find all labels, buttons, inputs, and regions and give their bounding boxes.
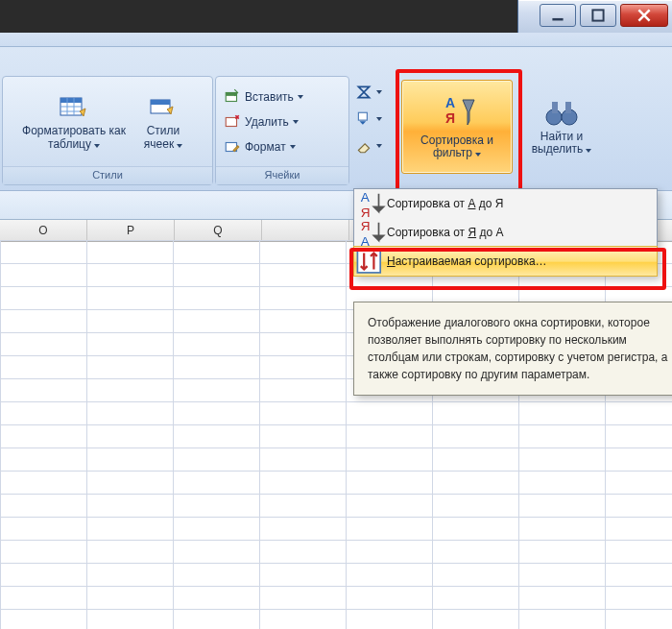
sort-za-key: Я: [468, 226, 476, 239]
svg-rect-0: [592, 10, 603, 20]
find-select-button[interactable]: Найти и выделить: [518, 80, 605, 172]
cell-styles-icon: [148, 92, 179, 123]
binoculars-icon: [542, 96, 581, 129]
sigma-icon: [355, 84, 372, 101]
titlebar: [517, 0, 672, 34]
delete-icon: [224, 113, 241, 131]
svg-text:А: А: [445, 95, 455, 110]
svg-text:Я: Я: [361, 219, 371, 233]
menu-custom-sort[interactable]: Настраиваемая сортировка…: [353, 246, 658, 277]
svg-rect-15: [358, 112, 367, 120]
sort-filter-icon: А Я: [436, 94, 478, 133]
col-P[interactable]: P: [87, 220, 175, 241]
group-cells: Вставить Удалить Формат Ячейки: [215, 76, 349, 185]
close-button[interactable]: [620, 4, 668, 27]
eraser-icon: [355, 137, 372, 155]
cell-grid[interactable]: [0, 240, 672, 629]
tooltip: Отображение диалогового окна сортировки,…: [353, 302, 672, 396]
svg-rect-26: [357, 250, 380, 273]
col-O[interactable]: O: [0, 220, 87, 241]
tooltip-text: Отображение диалогового окна сортировки,…: [368, 316, 667, 381]
group-styles: Форматировать как таблицу Стили ячеек Ст…: [2, 76, 213, 185]
menu-sort-za[interactable]: ЯА Сортировка от Я до А: [354, 218, 657, 247]
group-cells-caption: Ячейки: [216, 166, 348, 184]
clear-button[interactable]: [355, 135, 382, 157]
custom-sort-icon: [354, 245, 387, 278]
minimize-button[interactable]: [540, 4, 576, 27]
format-icon: [224, 138, 241, 156]
delete-button[interactable]: Удалить: [224, 111, 299, 133]
ribbon: Форматировать как таблицу Стили ячеек Ст…: [0, 46, 672, 192]
menu-sort-az[interactable]: АЯ Сортировка от А до Я: [354, 189, 657, 218]
custom-sort-key: Н: [387, 254, 396, 268]
group-styles-caption: Стили: [3, 166, 212, 184]
svg-rect-13: [226, 117, 236, 126]
format-button[interactable]: Формат: [224, 136, 296, 157]
sort-filter-menu: АЯ Сортировка от А до Я ЯА Сортировка от…: [353, 188, 658, 277]
format-as-table-label: Форматировать как таблицу: [22, 124, 126, 150]
insert-icon: [224, 88, 241, 106]
svg-rect-21: [565, 102, 571, 113]
sort-az-icon: АЯ: [354, 187, 387, 220]
insert-label: Вставить: [245, 90, 294, 104]
sort-za-icon: ЯА: [354, 216, 387, 249]
insert-button[interactable]: Вставить: [224, 86, 303, 108]
table-icon: [59, 92, 89, 123]
svg-rect-10: [151, 100, 170, 105]
find-select-label: Найти и выделить: [532, 130, 584, 156]
delete-label: Удалить: [245, 115, 289, 129]
svg-rect-8: [60, 98, 82, 103]
col-Q[interactable]: Q: [175, 220, 262, 241]
app-window: { "window": { "btn_min": "–", "btn_max":…: [0, 0, 672, 629]
svg-text:А: А: [361, 190, 371, 205]
format-as-table-button[interactable]: Форматировать как таблицу: [21, 85, 127, 159]
cell-styles-button[interactable]: Стили ячеек: [132, 85, 194, 159]
sort-filter-label: Сортировка и фильтр: [420, 133, 493, 159]
worksheet[interactable]: O P Q: [0, 219, 672, 629]
sort-filter-button[interactable]: А Я Сортировка и фильтр: [401, 80, 513, 174]
qat-bar: [0, 33, 672, 46]
maximize-button[interactable]: [580, 4, 616, 27]
fill-button[interactable]: [355, 109, 382, 130]
cell-styles-label: Стили ячеек: [144, 124, 180, 150]
col-blank[interactable]: [262, 220, 349, 241]
autosum-button[interactable]: [355, 82, 382, 103]
fill-down-icon: [355, 110, 372, 128]
svg-text:Я: Я: [445, 110, 455, 126]
svg-rect-20: [552, 102, 558, 113]
editing-small-col: [355, 82, 382, 157]
format-label: Формат: [245, 140, 286, 154]
